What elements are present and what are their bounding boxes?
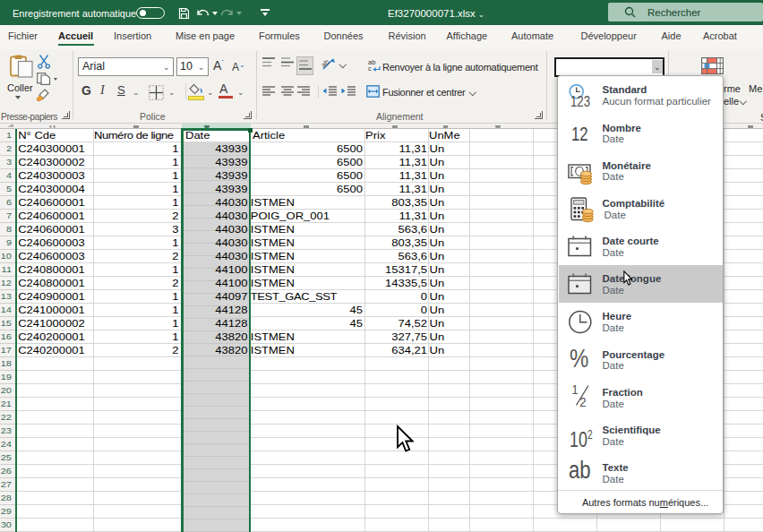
svg-text:ab: ab	[321, 57, 331, 69]
svg-text:1: 1	[571, 383, 578, 397]
svg-text:2: 2	[579, 394, 586, 408]
